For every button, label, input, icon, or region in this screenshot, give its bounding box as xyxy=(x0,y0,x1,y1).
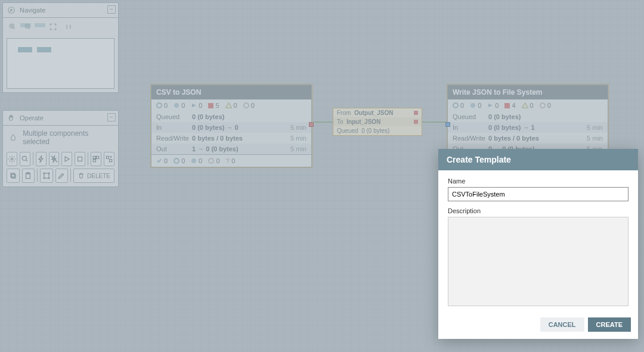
svg-point-27 xyxy=(470,103,475,108)
svg-rect-15 xyxy=(44,173,49,178)
svg-rect-8 xyxy=(93,160,95,162)
processor-write-json[interactable]: Write JSON to File System 0 0 0 4 0 0 Qu… xyxy=(447,85,608,155)
processor-title: Write JSON to File System xyxy=(448,85,608,99)
status-warning-icon: 0 xyxy=(522,102,534,109)
connection-to-row: To Input_JSON xyxy=(333,117,422,126)
stop-icon xyxy=(414,120,418,124)
output-port[interactable] xyxy=(309,122,314,127)
template-button[interactable] xyxy=(91,152,101,166)
processor-status-bar: 0 0 0 4 0 0 xyxy=(448,99,608,111)
enable-button[interactable] xyxy=(36,152,47,166)
svg-point-20 xyxy=(157,103,162,108)
divider xyxy=(37,169,38,182)
minimap[interactable] xyxy=(7,38,114,89)
paste-button[interactable] xyxy=(22,169,35,183)
svg-rect-9 xyxy=(106,156,109,158)
disable-button[interactable] xyxy=(49,152,60,166)
connection-wire xyxy=(422,122,447,123)
navigate-panel: Navigate − xyxy=(2,2,119,93)
operate-title-bar: Operate − xyxy=(3,111,118,126)
minimap-node xyxy=(20,23,31,27)
create-template-dialog: Create Template Name Description CANCEL … xyxy=(438,149,638,339)
collapse-icon[interactable]: − xyxy=(107,5,116,14)
svg-rect-7 xyxy=(97,156,99,158)
upload-template-button[interactable] xyxy=(104,152,114,166)
operate-panel: Operate − Multiple components selected xyxy=(2,110,119,187)
table-row: Out1 → 0 (0 bytes)5 min xyxy=(151,144,311,154)
zoom-in-icon[interactable] xyxy=(8,22,17,32)
compass-icon xyxy=(7,5,16,15)
zoom-actual-icon[interactable] xyxy=(64,22,73,32)
status-invalid-icon: 0 xyxy=(470,102,481,109)
table-row: Read/Write0 bytes / 0 bytes5 min xyxy=(448,133,608,144)
svg-point-25 xyxy=(209,158,213,163)
status-running-icon: 0 xyxy=(487,102,499,109)
minimap-node xyxy=(35,23,45,27)
input-port[interactable] xyxy=(445,122,450,127)
status-running-icon: 0 xyxy=(191,102,202,109)
connection-queue[interactable]: From Output_JSON To Input_JSON Queued 0 … xyxy=(333,108,422,136)
operate-toolbar: DELETE xyxy=(3,149,118,186)
processor-footer: 0 0 0 0 ?0 xyxy=(151,154,311,167)
status-stopped-icon: 5 xyxy=(208,102,219,109)
stop-button[interactable] xyxy=(75,152,85,166)
name-label: Name xyxy=(448,177,628,185)
svg-point-28 xyxy=(540,103,545,108)
processor-csv-to-json[interactable]: CSV to JSON 0 0 0 5 0 0 Queued0 (0 bytes… xyxy=(151,85,312,167)
footer-stat-icon: 0 xyxy=(174,157,185,164)
connection-wire xyxy=(312,122,333,123)
svg-point-22 xyxy=(244,103,249,108)
status-stopped-icon: 4 xyxy=(504,102,515,109)
svg-rect-5 xyxy=(78,157,82,161)
svg-point-3 xyxy=(11,158,13,160)
svg-rect-11 xyxy=(11,175,15,178)
collapse-icon[interactable]: − xyxy=(107,113,116,122)
status-invalid-icon: 0 xyxy=(174,102,185,109)
color-button[interactable] xyxy=(55,169,69,183)
svg-rect-12 xyxy=(11,173,14,177)
drop-icon xyxy=(8,132,18,143)
search-button[interactable] xyxy=(20,152,30,166)
table-row: Queued0 (0 bytes) xyxy=(151,111,311,122)
dialog-footer: CANCEL CREATE xyxy=(438,313,638,339)
processor-stats-table: Queued0 (0 bytes) In0 (0 bytes) → 15 min… xyxy=(448,111,608,154)
processor-title: CSV to JSON xyxy=(151,85,311,99)
start-button[interactable] xyxy=(61,152,72,166)
minimap-node xyxy=(37,47,51,52)
configure-button[interactable] xyxy=(7,152,17,166)
dialog-title: Create Template xyxy=(438,149,638,170)
group-button[interactable] xyxy=(40,169,53,183)
delete-label: DELETE xyxy=(87,173,110,179)
table-row: Queued0 (0 bytes) xyxy=(448,111,608,122)
svg-rect-6 xyxy=(93,156,95,158)
svg-point-23 xyxy=(174,158,179,163)
delete-button[interactable]: DELETE xyxy=(73,169,114,183)
divider xyxy=(70,169,71,182)
selection-summary: Multiple components selected xyxy=(3,126,118,149)
svg-point-21 xyxy=(174,103,179,108)
cancel-button[interactable]: CANCEL xyxy=(540,317,584,332)
connection-queued-row: Queued 0 (0 bytes) xyxy=(333,126,422,135)
footer-stat-icon: 0 xyxy=(191,157,202,164)
status-disabled-icon: 0 xyxy=(243,102,255,109)
copy-button[interactable] xyxy=(7,169,20,183)
zoom-fit-icon[interactable] xyxy=(48,22,58,32)
name-input[interactable] xyxy=(448,187,628,201)
description-textarea[interactable] xyxy=(448,217,628,306)
processor-status-bar: 0 0 0 5 0 0 xyxy=(151,99,311,111)
svg-point-26 xyxy=(453,103,458,108)
table-row: In0 (0 bytes) → 05 min xyxy=(151,122,311,133)
footer-stat-icon: 0 xyxy=(208,157,219,164)
selection-text: Multiple components selected xyxy=(23,129,113,146)
status-disabled-icon: 0 xyxy=(540,102,551,109)
create-button[interactable]: CREATE xyxy=(588,317,631,332)
processor-stats-table: Queued0 (0 bytes) In0 (0 bytes) → 05 min… xyxy=(151,111,311,154)
hand-icon xyxy=(7,113,16,123)
navigate-title-bar: Navigate − xyxy=(3,3,118,18)
svg-point-0 xyxy=(8,7,15,14)
minimap-node xyxy=(18,47,32,52)
footer-check-icon: 0 xyxy=(156,157,168,164)
status-warning-icon: 0 xyxy=(225,102,237,109)
operate-title: Operate xyxy=(20,114,44,122)
divider xyxy=(88,152,88,165)
